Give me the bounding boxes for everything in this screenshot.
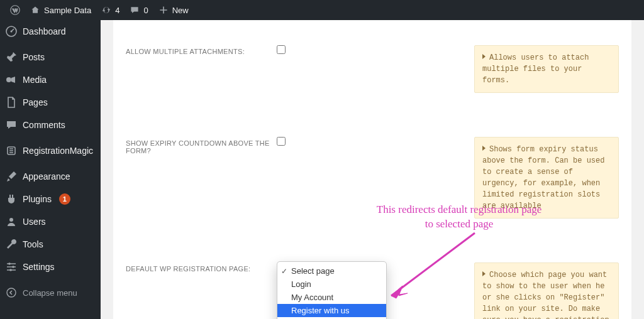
plug-icon [5,193,18,205]
admin-sidebar: Dashboard Posts Media Pages Comments Reg… [0,20,101,319]
sidebar-item-users[interactable]: Users [0,210,101,233]
sidebar-item-pages[interactable]: Pages [0,91,101,114]
sidebar-item-plugins[interactable]: Plugins 1 [0,188,101,210]
setting-label: ALLOW MULTIPLE ATTACHMENTS: [126,45,277,55]
help-box: Shows form expiry status above the form.… [474,137,619,219]
sidebar-item-label: Plugins [23,194,52,204]
admin-bar: Sample Data 4 0 New [0,0,644,20]
comments-icon [5,119,18,131]
help-text: Allows users to attach multiple files to… [482,53,589,85]
sidebar-item-label: Settings [23,262,55,272]
settings-panel: ALLOW MULTIPLE ATTACHMENTS: Allows users… [113,20,631,319]
sidebar-item-dashboard[interactable]: Dashboard [0,20,101,43]
show-expiry-countdown-checkbox[interactable] [277,137,286,146]
help-text: Shows form expiry status above the form.… [482,145,604,210]
dashboard-icon [5,25,18,38]
brush-icon [5,170,18,183]
svg-marker-12 [391,289,401,298]
dropdown-option[interactable]: My Account [277,291,386,304]
refresh-icon [101,5,111,15]
comments[interactable]: 0 [125,0,153,20]
page-icon [5,96,18,109]
sidebar-item-label: Comments [23,120,65,130]
sidebar-item-label: Posts [23,52,45,62]
pin-icon [5,51,18,63]
collapse-icon [5,286,18,299]
sidebar-item-label: Users [23,217,46,227]
collapse-menu[interactable]: Collapse menu [0,281,101,304]
plugin-update-badge: 1 [59,193,70,205]
user-icon [5,215,18,228]
sliders-icon [5,261,18,273]
svg-point-8 [9,269,12,271]
sidebar-item-media[interactable]: Media [0,68,101,91]
svg-point-2 [11,31,13,33]
caret-right-icon [482,54,486,59]
svg-point-6 [8,262,11,265]
setting-row-default-wp-registration-page: DEFAULT WP REGISTRATION PAGE: Select pag… [126,262,619,319]
svg-point-7 [12,266,14,268]
svg-point-5 [9,218,13,222]
dropdown-option[interactable]: Select page [277,264,386,278]
sidebar-item-posts[interactable]: Posts [0,46,101,68]
help-box: Choose which page you want to show to th… [474,262,619,319]
sidebar-item-label: Pages [23,97,48,107]
help-text: Choose which page you want to show to th… [482,271,609,319]
svg-point-3 [6,77,11,82]
setting-row-allow-multiple-attachments: ALLOW MULTIPLE ATTACHMENTS: Allows users… [126,45,619,93]
svg-marker-11 [391,286,408,296]
setting-label: DEFAULT WP REGISTRATION PAGE: [126,262,277,273]
registration-page-dropdown[interactable]: Select page Login My Account Register wi… [277,261,387,319]
wordpress-icon [10,5,20,15]
svg-line-10 [391,233,475,296]
sidebar-item-comments[interactable]: Comments [0,114,101,136]
annotation-arrow-icon [384,228,484,303]
setting-row-show-expiry-countdown: SHOW EXPIRY COUNTDOWN ABOVE THE FORM? Sh… [126,137,619,219]
caret-right-icon [482,146,486,151]
allow-multiple-attachments-checkbox[interactable] [277,45,286,54]
new-content[interactable]: New [153,0,194,20]
caret-right-icon [482,271,486,276]
comments-count: 0 [143,6,148,15]
sidebar-item-tools[interactable]: Tools [0,233,101,256]
site-name-label: Sample Data [44,6,91,15]
media-icon [5,73,18,86]
comment-icon [130,5,140,15]
help-box: Allows users to attach multiple files to… [474,45,619,93]
sidebar-item-label: Tools [23,239,43,249]
sidebar-item-label: Appearance [23,171,70,181]
wp-logo[interactable] [5,0,25,20]
new-label: New [172,6,189,15]
sidebar-item-registrationmagic[interactable]: RegistrationMagic [0,139,101,162]
dropdown-option-highlighted[interactable]: Register with us [277,304,386,317]
site-name[interactable]: Sample Data [25,0,96,20]
plus-icon [158,5,169,15]
updates-count: 4 [115,6,119,15]
updates[interactable]: 4 [96,0,125,20]
content-area: ALLOW MULTIPLE ATTACHMENTS: Allows users… [101,20,644,319]
home-icon [30,5,40,15]
wrench-icon [5,238,18,251]
sidebar-item-appearance[interactable]: Appearance [0,165,101,188]
collapse-menu-label: Collapse menu [23,288,77,298]
sidebar-item-settings[interactable]: Settings [0,256,101,278]
sidebar-item-label: Media [23,75,47,85]
setting-label: SHOW EXPIRY COUNTDOWN ABOVE THE FORM? [126,137,277,154]
sidebar-item-label: RegistrationMagic [23,146,93,156]
registrationmagic-icon [5,144,18,157]
sidebar-item-label: Dashboard [23,26,66,36]
dropdown-option[interactable]: Login [277,278,386,291]
svg-point-9 [7,288,16,297]
